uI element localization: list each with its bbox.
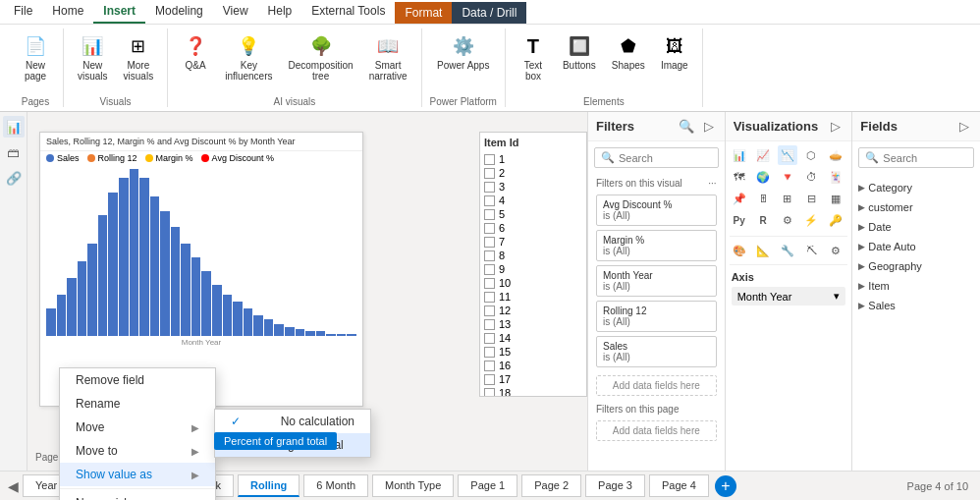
axis-field[interactable]: Month Year ▾	[732, 287, 846, 306]
tab-view[interactable]: View	[213, 0, 258, 24]
key-influencers-button[interactable]: 💡 Keyinfluencers	[219, 28, 278, 85]
list-item[interactable]: 17	[484, 372, 582, 386]
tab-insert[interactable]: Insert	[93, 0, 145, 24]
filter-item[interactable]: Month Yearis (All)	[596, 265, 717, 297]
submenu-no-calculation[interactable]: ✓ No calculation	[215, 410, 370, 433]
data-view-icon[interactable]: 🗃	[3, 141, 25, 163]
viz-format-icon[interactable]: 🎨	[730, 241, 749, 260]
list-item[interactable]: 9	[484, 262, 582, 276]
chart-visual[interactable]: Sales, Rolling 12, Margin % and Avg Disc…	[39, 132, 363, 407]
tabs-nav-left[interactable]: ◀	[4, 478, 23, 494]
fields-search-box[interactable]: 🔍	[858, 147, 974, 168]
viz-analytics-icon[interactable]: 📐	[753, 241, 773, 260]
tab-external-tools[interactable]: External Tools	[301, 0, 395, 24]
context-move[interactable]: Move ▶	[60, 416, 215, 439]
viz-bar-chart-icon[interactable]: 📊	[730, 145, 749, 165]
smart-narrative-button[interactable]: 📖 Smartnarrative	[363, 28, 413, 85]
list-item-checkbox[interactable]	[484, 333, 495, 344]
list-item-checkbox[interactable]	[484, 250, 495, 261]
tab-help[interactable]: Help	[258, 0, 302, 24]
field-group-header[interactable]: ▶ customer	[852, 199, 980, 215]
field-group-header[interactable]: ▶ Category	[852, 180, 980, 195]
add-page-button[interactable]: +	[715, 475, 736, 497]
viz-filled-map-icon[interactable]: 🌍	[753, 167, 773, 187]
buttons-button[interactable]: 🔲 Buttons	[557, 28, 602, 75]
list-item[interactable]: 4	[484, 194, 582, 207]
field-group-header[interactable]: ▶ Geography	[852, 258, 980, 274]
new-page-button[interactable]: 📄 Newpage	[16, 28, 55, 85]
tab-format[interactable]: Format	[395, 2, 452, 24]
list-item[interactable]: 15	[484, 345, 582, 359]
list-item[interactable]: 11	[484, 290, 582, 304]
power-apps-button[interactable]: ⚙️ Power Apps	[431, 28, 495, 75]
list-item-checkbox[interactable]	[484, 182, 495, 193]
model-view-icon[interactable]: 🔗	[3, 167, 25, 189]
list-item[interactable]: 13	[484, 317, 582, 331]
qa-button[interactable]: ❓ Q&A	[176, 28, 215, 75]
viz-gauge-icon[interactable]: ⏱	[801, 167, 821, 187]
list-item-checkbox[interactable]	[484, 223, 495, 234]
page-tab[interactable]: Page 3	[585, 474, 645, 497]
viz-python-icon[interactable]: Py	[730, 210, 749, 230]
add-fields-button[interactable]: Add data fields here	[596, 375, 717, 396]
field-group-header[interactable]: ▶ Sales	[852, 298, 980, 313]
list-item-checkbox[interactable]	[484, 374, 495, 385]
list-item[interactable]: 12	[484, 304, 582, 317]
list-item-checkbox[interactable]	[484, 347, 495, 358]
list-item[interactable]: 7	[484, 235, 582, 249]
viz-treemap-icon[interactable]: ▦	[826, 189, 845, 208]
fields-search-input[interactable]	[883, 152, 967, 164]
field-group-header[interactable]: ▶ Date	[852, 219, 980, 235]
list-item[interactable]: 18	[484, 386, 582, 397]
context-show-value-as[interactable]: Show value as ▶	[60, 463, 215, 486]
viz-r-icon[interactable]: R	[753, 210, 773, 230]
filter-item[interactable]: Rolling 12is (All)	[596, 301, 717, 332]
list-item[interactable]: 1	[484, 152, 582, 166]
list-item-checkbox[interactable]	[484, 278, 495, 289]
tab-file[interactable]: File	[4, 0, 42, 24]
filters-search-input[interactable]	[619, 152, 712, 164]
viz-table-icon[interactable]: ⊞	[778, 189, 797, 208]
fields-nav-btn[interactable]: ▷	[956, 118, 972, 135]
field-group-header[interactable]: ▶ Date Auto	[852, 239, 980, 254]
list-item-checkbox[interactable]	[484, 319, 495, 330]
page-tab[interactable]: Rolling	[238, 474, 299, 497]
decomposition-tree-button[interactable]: 🌳 Decompositiontree	[283, 28, 359, 85]
page-tab[interactable]: Page 2	[521, 474, 581, 497]
field-group-header[interactable]: ▶ Item	[852, 278, 980, 294]
viz-nav-btn[interactable]: ▷	[828, 118, 844, 135]
viz-filter-icon[interactable]: 🔧	[778, 241, 797, 260]
list-item[interactable]: 8	[484, 249, 582, 262]
text-box-button[interactable]: T Textbox	[514, 28, 553, 85]
add-page-fields-button[interactable]: Add data fields here	[596, 420, 717, 441]
page-tab[interactable]: Month Type	[372, 474, 454, 497]
context-new-quick-measure[interactable]: New quick measure	[60, 491, 215, 500]
viz-scatter-icon[interactable]: ⬡	[801, 145, 821, 165]
shapes-button[interactable]: ⬟ Shapes	[606, 28, 651, 75]
filter-item[interactable]: Salesis (All)	[596, 336, 717, 367]
list-item-checkbox[interactable]	[484, 292, 495, 303]
list-item-checkbox[interactable]	[484, 195, 495, 206]
filters-more-btn[interactable]: ···	[708, 178, 716, 189]
filters-search-btn[interactable]: 🔍	[676, 118, 697, 135]
viz-combo-chart-icon[interactable]: 📉	[778, 145, 797, 165]
viz-kpi-icon[interactable]: 📌	[730, 189, 749, 208]
viz-custom3-icon[interactable]: 🔑	[826, 210, 845, 230]
page-tab[interactable]: Page 4	[649, 474, 709, 497]
filters-search-box[interactable]: 🔍	[594, 147, 719, 168]
more-visuals-button[interactable]: ⊞ Morevisuals	[118, 28, 160, 85]
viz-map-icon[interactable]: 🗺	[730, 167, 749, 187]
list-item[interactable]: 2	[484, 166, 582, 180]
list-item-checkbox[interactable]	[484, 361, 495, 371]
viz-custom2-icon[interactable]: ⚡	[801, 210, 821, 230]
report-view-icon[interactable]: 📊	[3, 116, 25, 138]
context-remove-field[interactable]: Remove field	[60, 368, 215, 392]
viz-matrix-icon[interactable]: ⊟	[801, 189, 821, 208]
list-item-checkbox[interactable]	[484, 264, 495, 275]
filter-item[interactable]: Margin %is (All)	[596, 230, 717, 261]
page-tab[interactable]: 6 Month	[303, 474, 368, 497]
filter-item[interactable]: Avg Discount %is (All)	[596, 194, 717, 226]
list-item[interactable]: 14	[484, 331, 582, 345]
viz-card-icon[interactable]: 🃏	[826, 167, 845, 187]
list-item-checkbox[interactable]	[484, 209, 495, 220]
